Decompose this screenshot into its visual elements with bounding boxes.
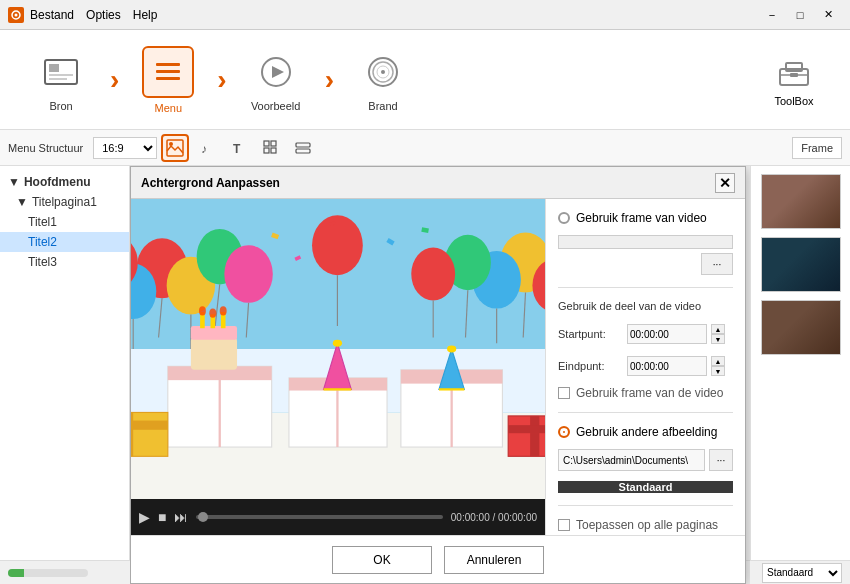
svg-point-43 — [224, 245, 272, 303]
maximize-button[interactable]: □ — [786, 3, 814, 27]
arrow-icon: ▼ — [16, 195, 28, 209]
use-frame-check-row[interactable]: Gebruik frame van de video — [558, 386, 733, 400]
startpoint-input[interactable] — [627, 324, 707, 344]
sidebar-item-titelpagina1[interactable]: ▼ Titelpagina1 — [0, 192, 129, 212]
wizard-step-voorbeeld[interactable]: Voorbeeld — [231, 40, 321, 120]
timeline-dot — [198, 512, 208, 522]
startpoint-down[interactable]: ▼ — [711, 334, 725, 344]
use-other-image-label: Gebruik andere afbeelding — [576, 425, 717, 439]
dialog-content: ▶ ■ ⏭ 00:00:00 / 00:00:00 — [131, 199, 745, 535]
close-button[interactable]: ✕ — [814, 3, 842, 27]
brand-label: Brand — [368, 100, 397, 112]
aspect-ratio-select[interactable]: 16:9 4:3 2.35:1 — [93, 137, 157, 159]
image-path-input[interactable] — [558, 449, 705, 471]
startpoint-row: Startpunt: ▲ ▼ — [558, 324, 733, 344]
use-frame-check-label: Gebruik frame van de video — [576, 386, 723, 400]
ok-button[interactable]: OK — [332, 546, 432, 574]
svg-rect-6 — [49, 78, 67, 80]
wizard-step-bron[interactable]: Bron — [16, 40, 106, 120]
right-panel — [750, 166, 850, 584]
apply-all-row[interactable]: Toepassen op alle paginas — [558, 518, 733, 532]
svg-rect-4 — [49, 64, 59, 72]
dialog-overlay: Achtergrond Aanpassen ✕ — [130, 166, 750, 584]
frame-label: Frame — [792, 137, 842, 159]
startpoint-up[interactable]: ▲ — [711, 324, 725, 334]
dialog-video-area: ▶ ■ ⏭ 00:00:00 / 00:00:00 — [131, 199, 545, 535]
content-area: Achtergrond Aanpassen ✕ — [130, 166, 750, 584]
next-button[interactable]: ⏭ — [174, 509, 188, 525]
dialog-close-button[interactable]: ✕ — [715, 173, 735, 193]
window-controls: − □ ✕ — [758, 3, 842, 27]
layers-icon-btn[interactable] — [289, 134, 317, 162]
arrow-3: › — [325, 64, 334, 96]
sidebar: ▼ Hoofdmenu ▼ Titelpagina1 Titel1 Titel2… — [0, 166, 130, 584]
toolbar-label: Menu Structuur — [8, 142, 83, 154]
arrow-1: › — [110, 64, 119, 96]
wizard-bar: Bron › Menu › Voorbeeld › — [0, 30, 850, 130]
menu-step-icon — [142, 46, 194, 98]
arrow-icon: ▼ — [8, 175, 20, 189]
svg-point-78 — [220, 306, 227, 315]
endpoint-spin: ▲ ▼ — [711, 356, 725, 376]
view-select[interactable]: Standaard — [762, 563, 842, 583]
use-frame-radio-row[interactable]: Gebruik frame van video — [558, 211, 733, 225]
toolbox-icon — [776, 53, 812, 95]
svg-rect-9 — [156, 77, 180, 80]
toolbar: Menu Structuur 16:9 4:3 2.35:1 ♪ T — [0, 130, 850, 166]
toolbox-label: ToolBox — [774, 95, 813, 107]
timeline[interactable] — [196, 515, 442, 519]
minimize-button[interactable]: − — [758, 3, 786, 27]
startpoint-spin: ▲ ▼ — [711, 324, 725, 344]
thumbnail-2[interactable] — [761, 237, 841, 292]
sidebar-item-titel3[interactable]: Titel3 — [0, 252, 129, 272]
stop-button[interactable]: ■ — [158, 509, 166, 525]
use-frame-radio[interactable] — [558, 212, 570, 224]
svg-point-15 — [381, 70, 385, 74]
endpoint-label: Eindpunt: — [558, 360, 623, 372]
svg-rect-87 — [131, 421, 168, 430]
progress-bar — [8, 569, 88, 577]
image-path-row: ··· — [558, 449, 733, 471]
standard-button[interactable]: Standaard — [558, 481, 733, 493]
toolbox-button[interactable]: ToolBox — [754, 53, 834, 107]
wizard-step-menu[interactable]: Menu — [123, 40, 213, 120]
apply-all-checkbox[interactable] — [558, 519, 570, 531]
svg-rect-28 — [296, 143, 310, 147]
bron-icon — [37, 48, 85, 96]
endpoint-down[interactable]: ▼ — [711, 366, 725, 376]
svg-rect-29 — [296, 149, 310, 153]
svg-rect-86 — [131, 412, 133, 456]
svg-point-81 — [333, 340, 342, 347]
music-icon-btn[interactable]: ♪ — [193, 134, 221, 162]
endpoint-up[interactable]: ▲ — [711, 356, 725, 366]
thumbnail-1[interactable] — [761, 174, 841, 229]
endpoint-input[interactable] — [627, 356, 707, 376]
grid-icon-btn[interactable] — [257, 134, 285, 162]
frame-browse-btn[interactable]: ··· — [701, 253, 733, 275]
image-browse-btn[interactable]: ··· — [709, 449, 733, 471]
svg-point-84 — [447, 346, 456, 353]
svg-rect-27 — [271, 148, 276, 153]
menu-bestand[interactable]: Bestand — [30, 8, 74, 22]
achtergrond-dialog: Achtergrond Aanpassen ✕ — [130, 166, 746, 584]
titlebar: Bestand Opties Help − □ ✕ — [0, 0, 850, 30]
thumbnail-3[interactable] — [761, 300, 841, 355]
menu-help[interactable]: Help — [133, 8, 158, 22]
sidebar-item-hoofdmenu[interactable]: ▼ Hoofdmenu — [0, 172, 129, 192]
play-button[interactable]: ▶ — [139, 509, 150, 525]
image-icon-btn[interactable] — [161, 134, 189, 162]
use-other-image-radio-row[interactable]: Gebruik andere afbeelding — [558, 425, 733, 439]
divider-3 — [558, 505, 733, 506]
use-other-image-radio[interactable] — [558, 426, 570, 438]
text-icon-btn[interactable]: T — [225, 134, 253, 162]
sidebar-item-titel2[interactable]: Titel2 — [0, 232, 129, 252]
cancel-button[interactable]: Annuleren — [444, 546, 544, 574]
menu-opties[interactable]: Opties — [86, 8, 121, 22]
svg-rect-88 — [508, 416, 545, 456]
wizard-step-brand[interactable]: Brand — [338, 40, 428, 120]
progress-fill — [8, 569, 24, 577]
sidebar-item-titel1[interactable]: Titel1 — [0, 212, 129, 232]
dialog-footer: OK Annuleren — [131, 535, 745, 583]
use-frame-checkbox[interactable] — [558, 387, 570, 399]
svg-rect-24 — [264, 141, 269, 146]
